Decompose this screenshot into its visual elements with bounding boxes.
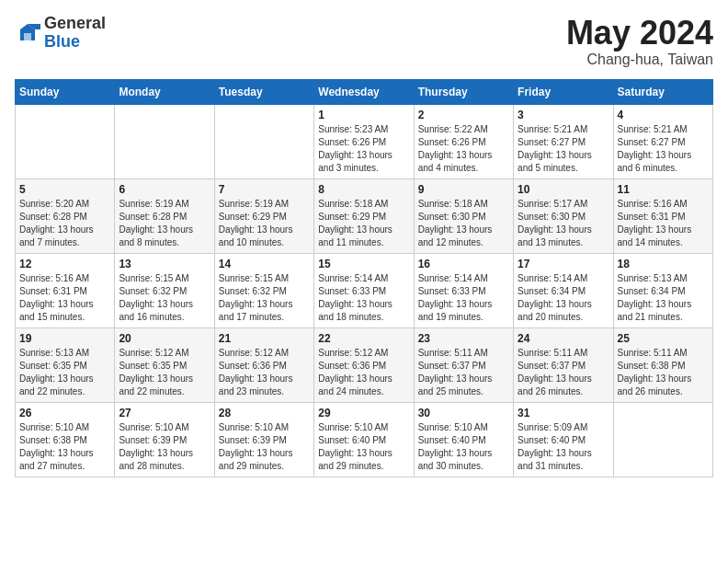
- day-info: Sunrise: 5:10 AM Sunset: 6:39 PM Dayligh…: [119, 421, 210, 473]
- calendar-cell: 24Sunrise: 5:11 AM Sunset: 6:37 PM Dayli…: [514, 327, 613, 402]
- day-number: 4: [618, 109, 709, 121]
- calendar-cell: 12Sunrise: 5:16 AM Sunset: 6:31 PM Dayli…: [16, 253, 115, 327]
- day-number: 16: [418, 258, 509, 270]
- calendar-cell: 26Sunrise: 5:10 AM Sunset: 6:38 PM Dayli…: [16, 402, 115, 477]
- day-number: 8: [318, 183, 409, 196]
- calendar-cell: 13Sunrise: 5:15 AM Sunset: 6:32 PM Dayli…: [115, 253, 214, 327]
- day-number: 11: [618, 183, 709, 196]
- day-number: 7: [219, 183, 310, 196]
- weekday-header-monday: Monday: [115, 79, 214, 104]
- calendar-cell: [214, 104, 313, 178]
- calendar-week-4: 19Sunrise: 5:13 AM Sunset: 6:35 PM Dayli…: [16, 327, 713, 402]
- day-number: 13: [119, 258, 210, 270]
- day-number: 9: [418, 183, 509, 196]
- day-info: Sunrise: 5:22 AM Sunset: 6:26 PM Dayligh…: [418, 123, 509, 175]
- calendar-cell: 20Sunrise: 5:12 AM Sunset: 6:35 PM Dayli…: [115, 327, 214, 402]
- calendar-cell: [16, 104, 115, 178]
- weekday-header-saturday: Saturday: [613, 79, 712, 104]
- day-info: Sunrise: 5:21 AM Sunset: 6:27 PM Dayligh…: [618, 123, 709, 175]
- day-info: Sunrise: 5:14 AM Sunset: 6:33 PM Dayligh…: [418, 272, 509, 324]
- day-number: 15: [318, 258, 409, 270]
- day-info: Sunrise: 5:21 AM Sunset: 6:27 PM Dayligh…: [518, 123, 609, 175]
- day-info: Sunrise: 5:13 AM Sunset: 6:35 PM Dayligh…: [19, 347, 110, 398]
- day-info: Sunrise: 5:11 AM Sunset: 6:37 PM Dayligh…: [518, 347, 609, 398]
- calendar-cell: 5Sunrise: 5:20 AM Sunset: 6:28 PM Daylig…: [16, 178, 115, 253]
- day-number: 23: [418, 332, 509, 345]
- logo: General Blue: [15, 15, 106, 52]
- day-number: 5: [19, 183, 110, 196]
- logo-icon: [15, 20, 40, 46]
- day-info: Sunrise: 5:12 AM Sunset: 6:35 PM Dayligh…: [119, 347, 210, 398]
- calendar-cell: 11Sunrise: 5:16 AM Sunset: 6:31 PM Dayli…: [613, 178, 712, 253]
- calendar-cell: 31Sunrise: 5:09 AM Sunset: 6:40 PM Dayli…: [514, 402, 613, 477]
- day-info: Sunrise: 5:15 AM Sunset: 6:32 PM Dayligh…: [119, 272, 210, 324]
- day-info: Sunrise: 5:12 AM Sunset: 6:36 PM Dayligh…: [219, 347, 310, 398]
- day-number: 21: [219, 332, 310, 345]
- day-number: 1: [318, 109, 409, 121]
- day-number: 30: [418, 407, 509, 419]
- day-info: Sunrise: 5:19 AM Sunset: 6:28 PM Dayligh…: [119, 198, 210, 249]
- calendar-cell: 7Sunrise: 5:19 AM Sunset: 6:29 PM Daylig…: [214, 178, 313, 253]
- day-number: 18: [618, 258, 709, 270]
- day-number: 2: [418, 109, 509, 121]
- day-number: 6: [119, 183, 210, 196]
- calendar-cell: 15Sunrise: 5:14 AM Sunset: 6:33 PM Dayli…: [314, 253, 414, 327]
- weekday-header-friday: Friday: [514, 79, 613, 104]
- month-title: May 2024: [566, 15, 713, 52]
- day-number: 29: [318, 407, 409, 419]
- day-number: 12: [19, 258, 110, 270]
- day-number: 26: [19, 407, 110, 419]
- day-number: 28: [219, 407, 310, 419]
- logo-general-label: General: [44, 15, 106, 33]
- calendar-cell: 3Sunrise: 5:21 AM Sunset: 6:27 PM Daylig…: [514, 104, 613, 178]
- day-info: Sunrise: 5:10 AM Sunset: 6:40 PM Dayligh…: [418, 421, 509, 473]
- day-info: Sunrise: 5:13 AM Sunset: 6:34 PM Dayligh…: [618, 272, 709, 324]
- day-info: Sunrise: 5:18 AM Sunset: 6:29 PM Dayligh…: [318, 198, 409, 249]
- calendar-cell: 22Sunrise: 5:12 AM Sunset: 6:36 PM Dayli…: [314, 327, 414, 402]
- day-info: Sunrise: 5:11 AM Sunset: 6:38 PM Dayligh…: [618, 347, 709, 398]
- day-info: Sunrise: 5:16 AM Sunset: 6:31 PM Dayligh…: [618, 198, 709, 249]
- calendar-cell: 19Sunrise: 5:13 AM Sunset: 6:35 PM Dayli…: [16, 327, 115, 402]
- day-info: Sunrise: 5:23 AM Sunset: 6:26 PM Dayligh…: [318, 123, 409, 175]
- day-number: 27: [119, 407, 210, 419]
- weekday-header-wednesday: Wednesday: [314, 79, 414, 104]
- calendar-cell: 29Sunrise: 5:10 AM Sunset: 6:40 PM Dayli…: [314, 402, 414, 477]
- day-info: Sunrise: 5:11 AM Sunset: 6:37 PM Dayligh…: [418, 347, 509, 398]
- day-number: 20: [119, 332, 210, 345]
- day-number: 3: [518, 109, 609, 121]
- calendar-week-1: 1Sunrise: 5:23 AM Sunset: 6:26 PM Daylig…: [16, 104, 713, 178]
- calendar-cell: 8Sunrise: 5:18 AM Sunset: 6:29 PM Daylig…: [314, 178, 414, 253]
- day-info: Sunrise: 5:12 AM Sunset: 6:36 PM Dayligh…: [318, 347, 409, 398]
- logo-text: General Blue: [44, 15, 106, 52]
- weekday-header-sunday: Sunday: [16, 79, 115, 104]
- calendar-cell: 9Sunrise: 5:18 AM Sunset: 6:30 PM Daylig…: [414, 178, 513, 253]
- day-number: 17: [518, 258, 609, 270]
- day-info: Sunrise: 5:20 AM Sunset: 6:28 PM Dayligh…: [19, 198, 110, 249]
- day-number: 10: [518, 183, 609, 196]
- calendar-week-3: 12Sunrise: 5:16 AM Sunset: 6:31 PM Dayli…: [16, 253, 713, 327]
- calendar-cell: [613, 402, 712, 477]
- page-header: General Blue May 2024 Chang-hua, Taiwan: [15, 15, 713, 68]
- logo-blue-label: Blue: [44, 33, 106, 52]
- calendar-cell: 1Sunrise: 5:23 AM Sunset: 6:26 PM Daylig…: [314, 104, 414, 178]
- title-block: May 2024 Chang-hua, Taiwan: [566, 15, 713, 68]
- day-info: Sunrise: 5:15 AM Sunset: 6:32 PM Dayligh…: [219, 272, 310, 324]
- day-number: 22: [318, 332, 409, 345]
- calendar-cell: 27Sunrise: 5:10 AM Sunset: 6:39 PM Dayli…: [115, 402, 214, 477]
- calendar-cell: [115, 104, 214, 178]
- calendar-table: SundayMondayTuesdayWednesdayThursdayFrid…: [15, 79, 713, 477]
- calendar-week-5: 26Sunrise: 5:10 AM Sunset: 6:38 PM Dayli…: [16, 402, 713, 477]
- location: Chang-hua, Taiwan: [566, 52, 713, 68]
- calendar-cell: 21Sunrise: 5:12 AM Sunset: 6:36 PM Dayli…: [214, 327, 313, 402]
- calendar-cell: 23Sunrise: 5:11 AM Sunset: 6:37 PM Dayli…: [414, 327, 513, 402]
- day-info: Sunrise: 5:10 AM Sunset: 6:38 PM Dayligh…: [19, 421, 110, 473]
- day-number: 19: [19, 332, 110, 345]
- weekday-header-row: SundayMondayTuesdayWednesdayThursdayFrid…: [16, 79, 713, 104]
- calendar-cell: 6Sunrise: 5:19 AM Sunset: 6:28 PM Daylig…: [115, 178, 214, 253]
- calendar-cell: 28Sunrise: 5:10 AM Sunset: 6:39 PM Dayli…: [214, 402, 313, 477]
- calendar-cell: 30Sunrise: 5:10 AM Sunset: 6:40 PM Dayli…: [414, 402, 513, 477]
- calendar-cell: 10Sunrise: 5:17 AM Sunset: 6:30 PM Dayli…: [514, 178, 613, 253]
- day-number: 14: [219, 258, 310, 270]
- day-number: 31: [518, 407, 609, 419]
- day-info: Sunrise: 5:17 AM Sunset: 6:30 PM Dayligh…: [518, 198, 609, 249]
